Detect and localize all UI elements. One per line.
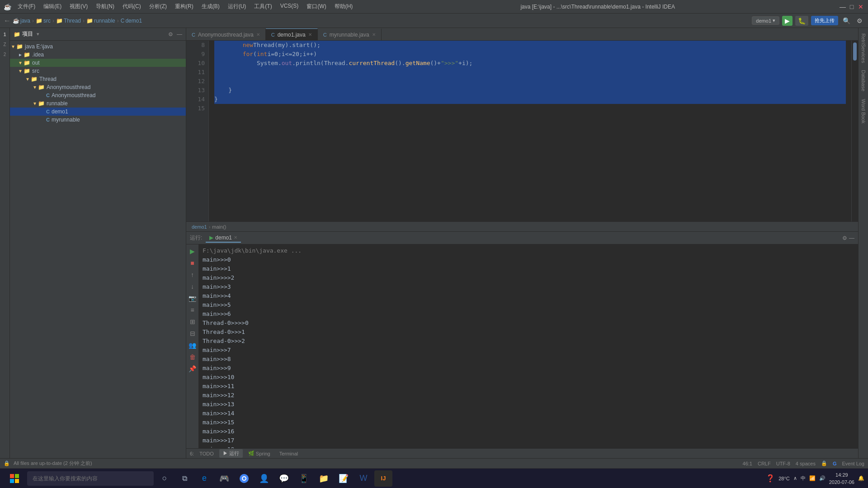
project-settings-icon[interactable]: ⚙ (168, 31, 173, 38)
tree-src[interactable]: ▾ 📁 src (10, 67, 186, 75)
tab-myrunnable-close[interactable]: ✕ (372, 32, 376, 37)
taskbar-search-input[interactable] (27, 471, 154, 486)
breadcrumb-runnable[interactable]: 📁 (86, 18, 93, 24)
code-editor[interactable]: 8 9 10 11 12 13 14 15 new Thread(my).sta… (186, 41, 858, 221)
tab-anon-close[interactable]: ✕ (256, 32, 260, 37)
taskbar-wechat-icon[interactable]: 💬 (275, 470, 293, 487)
breadcrumb-java-label[interactable]: java (20, 18, 30, 24)
menu-edit[interactable]: 编辑(E) (40, 2, 65, 11)
taskbar-taskview-icon[interactable]: ⧉ (175, 470, 193, 487)
taskbar-cortana-icon[interactable]: ○ (156, 470, 174, 487)
search-nav-icon[interactable]: 🔍 (841, 16, 852, 25)
project-minimize-icon[interactable]: — (177, 31, 182, 38)
menu-vcs[interactable]: VCS(S) (277, 2, 302, 11)
tab-demo1[interactable]: C demo1.java ✕ (266, 28, 318, 40)
tree-out[interactable]: ▾ 📁 out (10, 59, 186, 67)
debug-button[interactable]: 🐛 (795, 16, 808, 26)
taskbar-folder-icon[interactable]: 📁 (315, 470, 333, 487)
run-layout-button[interactable]: ⊟ (188, 328, 198, 338)
breadcrumb-src-label[interactable]: src (43, 18, 51, 24)
run-group-button[interactable]: 👥 (188, 340, 198, 350)
run-panel-settings-icon[interactable]: ⚙ (842, 235, 847, 241)
event-log-link[interactable]: Event Log (842, 461, 864, 466)
code-content[interactable]: new Thread(my).start(); for (int i=0;i<=… (209, 41, 851, 221)
sidebar-project-icon[interactable]: 1 (0, 30, 9, 39)
wordbook-label[interactable]: Word Book (860, 95, 867, 127)
sidebar-favorites-icon[interactable]: 2 (0, 50, 9, 59)
menu-navigate[interactable]: 导航(N) (92, 2, 118, 11)
menu-run[interactable]: 运行(U) (224, 2, 250, 11)
tree-idea[interactable]: ▸ 📁 .idea (10, 51, 186, 59)
taskbar-volume-icon[interactable]: 🔊 (819, 475, 826, 481)
breadcrumb-runnable-label[interactable]: runnable (94, 18, 115, 24)
run-output[interactable]: F:\java\jdk\bin\java.exe ... main>>>0 ma… (199, 244, 858, 448)
breadcrumb-java[interactable]: ☕ (13, 18, 19, 24)
taskbar-user-icon[interactable]: 👤 (255, 470, 273, 487)
sidebar-structure-icon[interactable]: Z (0, 40, 9, 49)
breadcrumb-demo1-label[interactable]: demo1 (125, 18, 142, 24)
taskbar-wifi-icon[interactable]: 📶 (809, 475, 816, 481)
run-delete-button[interactable]: 🗑 (188, 352, 198, 362)
taskbar-intellij-icon[interactable]: IJ (374, 470, 392, 487)
menu-refactor[interactable]: 重构(R) (171, 2, 197, 11)
menu-tools[interactable]: 工具(T) (250, 2, 275, 11)
menu-analyze[interactable]: 分析(Z) (146, 2, 170, 11)
tree-root[interactable]: ▾ 📁 java E:\java (10, 42, 186, 51)
run-down-button[interactable]: ↓ (188, 282, 198, 291)
menu-file[interactable]: 文件(F) (14, 2, 39, 11)
tree-thread[interactable]: ▾ 📁 Thread (10, 75, 186, 83)
settings-nav-icon[interactable]: ⚙ (855, 16, 864, 25)
position-indicator[interactable]: 46:1 (743, 461, 752, 466)
bottom-tab-spring[interactable]: 🌿 Spring (245, 450, 274, 457)
bottom-tab-terminal[interactable]: Terminal (276, 450, 302, 457)
start-button[interactable] (4, 470, 25, 487)
retriservices-label[interactable]: RetriServices (860, 30, 867, 66)
run-restart-button[interactable]: ▶ (188, 246, 198, 256)
run-pin-button[interactable]: 📌 (188, 364, 198, 374)
taskbar-notepad-icon[interactable]: 📝 (335, 470, 353, 487)
bottom-tab-run[interactable]: ▶ 运行 (219, 449, 243, 458)
encoding-indicator[interactable]: UTF-8 (776, 461, 790, 466)
line-separator[interactable]: CRLF (758, 461, 771, 466)
run-list-button[interactable]: ≡ (188, 305, 198, 315)
upload-button[interactable]: 抢先上传 (811, 16, 838, 25)
maximize-button[interactable]: □ (848, 3, 855, 10)
run-panel-minimize-icon[interactable]: — (849, 235, 854, 241)
tab-myrunnable[interactable]: C myrunnable.java ✕ (318, 28, 382, 40)
taskbar-chrome-icon[interactable] (235, 470, 253, 487)
menu-code[interactable]: 代码(C) (119, 2, 145, 11)
database-label[interactable]: Database (860, 66, 867, 95)
taskbar-word-icon[interactable]: W (354, 470, 373, 487)
close-button[interactable]: ✕ (857, 3, 864, 10)
tree-anonymousthread-folder[interactable]: ▾ 📁 Anonymousthread (10, 83, 186, 91)
menu-generate[interactable]: 生成(B) (198, 2, 223, 11)
minimize-button[interactable]: — (839, 3, 846, 10)
breadcrumb-thread-label[interactable]: Thread (64, 18, 81, 24)
indent-indicator[interactable]: 4 spaces (796, 461, 816, 466)
project-dropdown-icon[interactable]: ▾ (37, 31, 39, 37)
run-config-selector[interactable]: demo1 ▾ (752, 16, 779, 25)
breadcrumb-thread[interactable]: 📁 (56, 18, 63, 24)
taskbar-edge-icon[interactable]: e (195, 470, 213, 487)
bottom-tab-todo[interactable]: TODO (196, 450, 217, 457)
tree-runnable-folder[interactable]: ▾ 📁 runnable (10, 99, 186, 108)
taskbar-lang-icon[interactable]: 中 (801, 475, 806, 482)
tree-demo1[interactable]: C demo1 (10, 108, 186, 116)
taskbar-question-icon[interactable]: ❓ (766, 474, 775, 483)
run-tab-demo1[interactable]: ▶ demo1 ✕ (206, 234, 241, 243)
taskbar-clock[interactable]: 14:29 2020-07-06 (829, 471, 854, 486)
tab-anonymousthread[interactable]: C Anonymousthread.java ✕ (186, 28, 266, 40)
taskbar-steam-icon[interactable]: 🎮 (215, 470, 233, 487)
nav-back-icon[interactable]: ← (4, 17, 11, 25)
breadcrumb-demo1[interactable]: C (121, 18, 125, 24)
run-tab-close[interactable]: ✕ (234, 235, 237, 240)
tab-demo1-close[interactable]: ✕ (308, 32, 312, 37)
taskbar-notification-icon[interactable]: 🔔 (858, 475, 864, 481)
taskbar-up-arrow[interactable]: ∧ (793, 475, 797, 481)
run-button[interactable]: ▶ (782, 16, 793, 26)
run-filter-button[interactable]: ⊞ (188, 317, 198, 327)
tree-anonymousthread-file[interactable]: C Anonymousthread (10, 91, 186, 99)
taskbar-dingtalk-icon[interactable]: 📱 (295, 470, 313, 487)
tree-myrunnable[interactable]: C myrunnable (10, 116, 186, 124)
run-up-button[interactable]: ↑ (188, 270, 198, 280)
